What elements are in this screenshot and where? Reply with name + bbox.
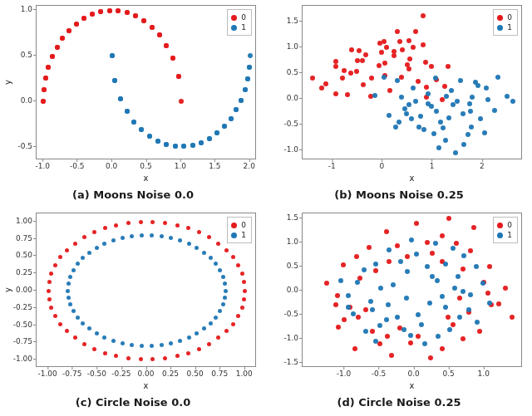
data-point [207, 136, 212, 141]
subplot-b-cell: -1012 -1.0-0.50.00.51.01.5 x 0 1 (b) Moo… [266, 0, 532, 208]
data-point [65, 248, 69, 252]
data-point [47, 289, 51, 293]
data-point [385, 334, 390, 339]
data-point [429, 64, 434, 69]
ytick-label: 0.0 [287, 286, 298, 294]
xtick-label: 1.5 [209, 162, 220, 170]
data-point [218, 268, 222, 272]
data-point [335, 293, 340, 298]
data-point [468, 248, 473, 253]
data-point [413, 99, 418, 104]
legend-label-1: 1 [507, 22, 512, 32]
data-point [461, 336, 466, 341]
data-point [475, 320, 480, 325]
data-point [363, 52, 368, 57]
data-point [354, 254, 359, 259]
data-point [222, 124, 227, 129]
data-point [310, 76, 315, 81]
data-point [397, 39, 402, 44]
data-point [76, 316, 80, 320]
data-point [53, 314, 57, 318]
xtick-label: -0.5 [372, 370, 387, 378]
data-point [197, 347, 201, 351]
data-point [377, 323, 382, 328]
data-point [195, 246, 199, 250]
data-point [242, 297, 246, 301]
data-point [102, 242, 106, 246]
data-point [223, 281, 227, 286]
data-point [418, 114, 423, 119]
xtick-label: 0.5 [140, 162, 151, 170]
data-point [416, 334, 421, 339]
subplot-b-yticks: -1.0-0.50.00.51.01.5 [270, 5, 302, 159]
data-point [438, 120, 443, 125]
subplot-d-cell: -1.0-0.50.00.51.0 -1.5-1.0-0.50.00.51.01… [266, 208, 532, 415]
xtick-label: -0.5 [70, 162, 85, 170]
data-point [480, 281, 485, 286]
legend-row-0: 0 [497, 220, 512, 230]
data-point [384, 317, 389, 322]
xtick-label: -1.0 [36, 162, 51, 170]
data-point [505, 94, 510, 99]
data-point [82, 342, 86, 346]
data-point [92, 230, 96, 234]
data-point [103, 226, 107, 230]
data-point [416, 312, 421, 317]
data-point [461, 267, 466, 272]
data-point [422, 341, 427, 346]
subplot-b-axes [302, 5, 522, 159]
ytick-label: 0.25 [16, 268, 32, 277]
data-point [349, 47, 354, 52]
data-point [391, 282, 396, 287]
data-point [446, 115, 451, 120]
data-point [181, 144, 186, 149]
data-point [384, 229, 389, 234]
data-point [245, 76, 250, 81]
data-point [416, 125, 421, 130]
data-point [163, 356, 167, 360]
ytick-label: 0.0 [287, 94, 298, 102]
data-point [485, 97, 490, 102]
data-point [43, 76, 48, 81]
data-point [469, 125, 474, 130]
data-point [140, 233, 144, 237]
data-point [170, 56, 175, 61]
data-point [414, 252, 419, 257]
legend-row-0: 0 [497, 12, 512, 22]
subplot-c-caption: (c) Circle Noise 0.0 [0, 396, 266, 409]
ytick-label: 0.5 [287, 68, 298, 76]
data-point [190, 143, 195, 148]
data-point [477, 329, 482, 334]
data-point [389, 353, 394, 358]
ytick-label: 0.5 [21, 51, 32, 59]
data-point [131, 120, 136, 125]
data-point [150, 220, 155, 224]
data-point [392, 53, 397, 58]
data-point [58, 322, 62, 326]
subplot-a-xticks: -1.0-0.50.00.51.01.52.0 [36, 159, 256, 174]
xtick-label: -0.25 [111, 370, 131, 378]
data-point [441, 125, 446, 130]
data-point [468, 109, 473, 114]
data-point [377, 63, 382, 68]
data-point [406, 66, 411, 71]
data-point [405, 254, 410, 259]
subplot-a-axes-wrap: -1.0-0.50.00.51.01.52.0 -0.50.00.51.0 x … [36, 5, 256, 159]
data-point [179, 99, 184, 104]
data-point [449, 88, 454, 93]
data-point [363, 307, 368, 312]
data-point [360, 58, 365, 63]
data-point [90, 12, 95, 17]
data-point [147, 134, 152, 139]
data-point [221, 302, 225, 306]
data-point [470, 95, 475, 100]
data-point [87, 326, 91, 330]
data-point [236, 314, 240, 318]
legend-label-1: 1 [241, 22, 246, 32]
data-point [87, 251, 91, 255]
data-point [352, 346, 357, 351]
data-point [351, 311, 356, 316]
data-point [76, 262, 80, 266]
data-point [126, 356, 131, 360]
xtick-label: 2 [480, 162, 485, 170]
